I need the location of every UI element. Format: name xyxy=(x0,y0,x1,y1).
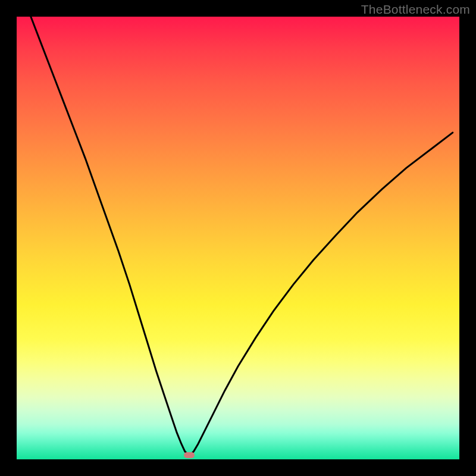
min-marker xyxy=(184,452,195,458)
plot-area xyxy=(17,17,459,459)
watermark-text: TheBottleneck.com xyxy=(361,2,470,17)
bottleneck-curve xyxy=(31,17,453,455)
curve-layer xyxy=(17,17,459,459)
chart-frame: TheBottleneck.com xyxy=(0,0,476,476)
